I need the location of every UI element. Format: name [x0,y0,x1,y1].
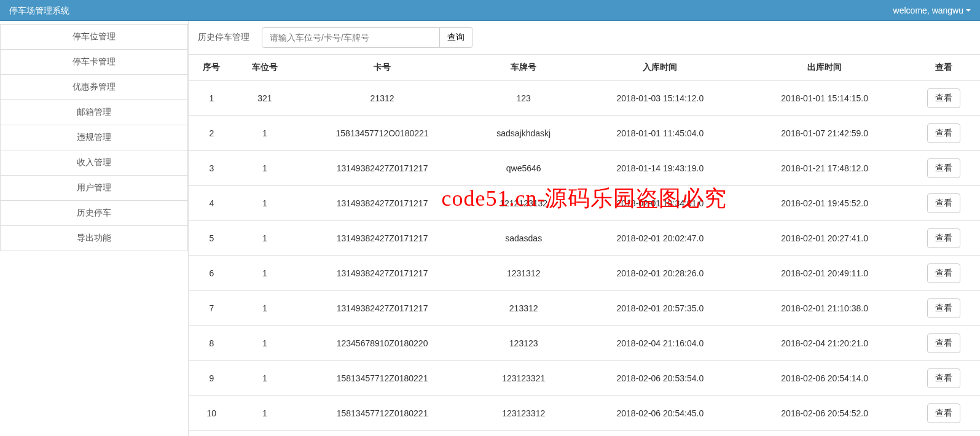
view-button[interactable]: 查看 [927,368,960,388]
col-out-time: 出库时间 [742,55,907,81]
cell-card: 12345678910Z0180220 [295,326,469,361]
cell-slot: 1 [235,186,296,221]
view-button[interactable]: 查看 [927,88,960,108]
cell-seq: 3 [189,151,235,186]
cell-card: 13149382427Z0171217 [295,151,469,186]
view-button[interactable]: 查看 [927,158,960,178]
cell-out: 2018-02-01 19:45:52.0 [742,186,907,221]
cell-slot: 1 [235,256,296,291]
cell-slot: 1 [235,291,296,326]
sidebar-item-parking-card[interactable]: 停车卡管理 [0,50,188,75]
cell-in: 2018-02-01 20:02:47.0 [578,221,742,256]
cell-card: 13149382427Z0171217 [295,186,469,221]
history-table: 序号 车位号 卡号 车牌号 入库时间 出库时间 查看 1321213121232… [189,55,980,431]
app-brand: 停车场管理系统 [9,0,69,20]
sidebar: 停车位管理 停车卡管理 优惠券管理 邮箱管理 违规管理 收入管理 用户管理 历史… [0,21,189,436]
cell-plate: sadsajkhdaskj [469,116,578,151]
toolbar: 历史停车管理 查询 [189,21,980,55]
cell-in: 2018-01-01 11:45:04.0 [578,116,742,151]
col-card: 卡号 [295,55,469,81]
cell-action: 查看 [907,396,980,431]
cell-action: 查看 [907,221,980,256]
col-seq: 序号 [189,55,235,81]
chevron-down-icon [966,9,971,12]
cell-in: 2018-02-06 20:53:54.0 [578,361,742,396]
cell-card: 15813457712Z0180221 [295,361,469,396]
cell-seq: 6 [189,256,235,291]
col-plate: 车牌号 [469,55,578,81]
table-row: 9115813457712Z01802211231233212018-02-06… [189,361,980,396]
view-button[interactable]: 查看 [927,333,960,353]
sidebar-item-mailbox[interactable]: 邮箱管理 [0,100,188,125]
cell-seq: 10 [189,396,235,431]
cell-out: 2018-02-01 20:49:11.0 [742,256,907,291]
sidebar-item-parking-slot[interactable]: 停车位管理 [0,24,188,50]
search-button[interactable]: 查询 [440,27,472,48]
search-input[interactable] [262,27,440,48]
cell-out: 2018-02-04 21:20:21.0 [742,326,907,361]
table-header-row: 序号 车位号 卡号 车牌号 入库时间 出库时间 查看 [189,55,980,81]
view-button[interactable]: 查看 [927,263,960,283]
page-title: 历史停车管理 [195,32,249,43]
cell-action: 查看 [907,81,980,116]
cell-card: 13149382427Z0171217 [295,256,469,291]
cell-seq: 7 [189,291,235,326]
cell-plate: 123 [469,81,578,116]
view-button[interactable]: 查看 [927,403,960,423]
cell-plate: 1212123132 [469,186,578,221]
cell-out: 2018-02-06 20:54:14.0 [742,361,907,396]
table-row: 10115813457712Z01802211231233122018-02-0… [189,396,980,431]
cell-out: 2018-01-21 17:48:12.0 [742,151,907,186]
table-row: 3113149382427Z0171217qwe56462018-01-14 1… [189,151,980,186]
table-row: 8112345678910Z01802201231232018-02-04 21… [189,326,980,361]
cell-plate: sadasdas [469,221,578,256]
cell-slot: 321 [235,81,296,116]
cell-slot: 1 [235,361,296,396]
table-row: 1321213121232018-01-03 15:14:12.02018-01… [189,81,980,116]
cell-plate: 123123321 [469,361,578,396]
cell-seq: 9 [189,361,235,396]
cell-in: 2018-02-01 20:28:26.0 [578,256,742,291]
cell-card: 13149382427Z0171217 [295,291,469,326]
view-button[interactable]: 查看 [927,298,960,318]
cell-in: 2018-02-06 20:54:45.0 [578,396,742,431]
cell-seq: 1 [189,81,235,116]
cell-plate: 213312 [469,291,578,326]
cell-action: 查看 [907,291,980,326]
col-slot: 车位号 [235,55,296,81]
cell-slot: 1 [235,221,296,256]
cell-out: 2018-01-07 21:42:59.0 [742,116,907,151]
sidebar-item-history[interactable]: 历史停车 [0,201,188,226]
cell-in: 2018-02-01 19:34:01.0 [578,186,742,221]
cell-seq: 4 [189,186,235,221]
user-menu[interactable]: welcome, wangwu [893,0,971,20]
cell-action: 查看 [907,361,980,396]
cell-in: 2018-01-03 15:14:12.0 [578,81,742,116]
col-view: 查看 [907,55,980,81]
cell-card: 15813457712Z0180221 [295,396,469,431]
sidebar-item-user[interactable]: 用户管理 [0,176,188,201]
cell-slot: 1 [235,116,296,151]
sidebar-item-violation[interactable]: 违规管理 [0,125,188,150]
table-row: 7113149382427Z01712172133122018-02-01 20… [189,291,980,326]
cell-slot: 1 [235,326,296,361]
table-row: 6113149382427Z017121712313122018-02-01 2… [189,256,980,291]
view-button[interactable]: 查看 [927,123,960,143]
sidebar-item-income[interactable]: 收入管理 [0,150,188,176]
cell-in: 2018-02-04 21:16:04.0 [578,326,742,361]
cell-plate: 123123312 [469,396,578,431]
sidebar-item-export[interactable]: 导出功能 [0,226,188,251]
view-button[interactable]: 查看 [927,228,960,248]
sidebar-item-coupon[interactable]: 优惠券管理 [0,75,188,100]
main-content: 历史停车管理 查询 序号 车位号 卡号 车牌号 入库时间 出库时间 查看 [189,21,980,436]
cell-seq: 8 [189,326,235,361]
navbar: 停车场管理系统 welcome, wangwu [0,0,980,21]
cell-seq: 5 [189,221,235,256]
cell-action: 查看 [907,256,980,291]
cell-slot: 1 [235,151,296,186]
table-row: 2115813457712O0180221sadsajkhdaskj2018-0… [189,116,980,151]
view-button[interactable]: 查看 [927,193,960,213]
cell-out: 2018-02-01 21:10:38.0 [742,291,907,326]
cell-action: 查看 [907,186,980,221]
table-row: 4113149382427Z017121712121231322018-02-0… [189,186,980,221]
